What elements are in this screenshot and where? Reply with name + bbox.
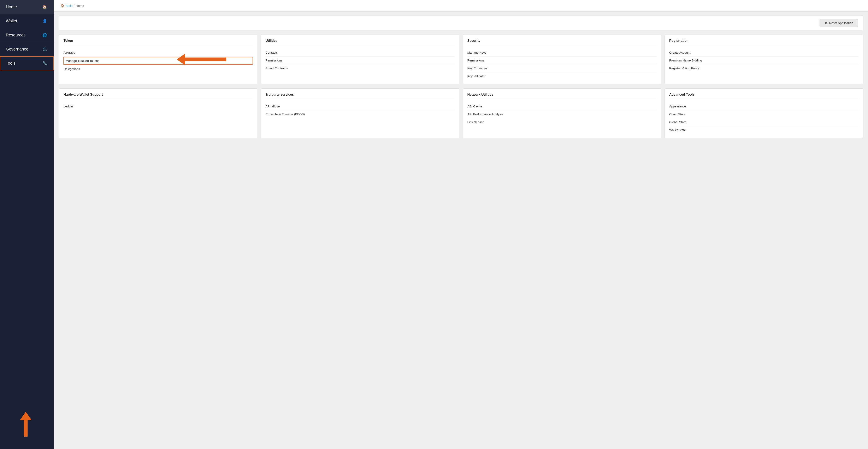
card-item-global-state[interactable]: Global State [669, 118, 858, 126]
sidebar-item-resources[interactable]: Resources 🌐 [0, 28, 54, 42]
sidebar-icon: 🏠 [41, 5, 48, 9]
sidebar-icon: 🔧 [41, 61, 48, 66]
sidebar-icon: ⚖️ [41, 47, 48, 52]
sidebar-label: Wallet [6, 19, 41, 23]
breadcrumb-separator: / [74, 4, 74, 7]
card-title: Utilities [266, 39, 455, 45]
card-item-register-voting-proxy[interactable]: Register Voting Proxy [669, 64, 858, 72]
cards-area: TokenAirgrabsManage Tracked TokensDelega… [54, 30, 868, 143]
card-utilities: UtilitiesContactsPermissionsSmart Contra… [260, 35, 459, 84]
trash-icon: 🗑 [824, 21, 828, 25]
cards-row-1: TokenAirgrabsManage Tracked TokensDelega… [59, 35, 863, 84]
sidebar-item-governance[interactable]: Governance ⚖️ [0, 42, 54, 56]
card-network-utilities: Network UtilitiesABI CacheAPI Performanc… [463, 88, 661, 138]
card-item-api-performance-analysis[interactable]: API Performance Analysis [467, 110, 656, 118]
card-title: Security [467, 39, 656, 45]
card-security: SecurityManage KeysPermissionsKey Conver… [463, 35, 661, 84]
card-title: Token [64, 39, 253, 45]
card-item-smart-contracts[interactable]: Smart Contracts [266, 64, 455, 72]
card-title: Hardware Wallet Support [64, 93, 253, 99]
breadcrumb-link-label: Tools [65, 4, 72, 7]
card-item-api:-dfuse[interactable]: API: dfuse [266, 102, 455, 110]
card-item-delegations[interactable]: Delegations [64, 65, 253, 73]
sidebar-icon: 👤 [41, 19, 48, 23]
action-bar: 🗑 Reset Application [59, 15, 863, 30]
card-item-manage-tracked-tokens[interactable]: Manage Tracked Tokens [63, 57, 253, 65]
breadcrumb: 🏠 Tools / Home [60, 4, 84, 8]
card-item-create-account[interactable]: Create Account [669, 49, 858, 57]
card-title: Registration [669, 39, 858, 45]
card-item-permissions[interactable]: Permissions [266, 57, 455, 64]
card-item-contacts[interactable]: Contacts [266, 49, 455, 57]
sidebar-item-wallet[interactable]: Wallet 👤 [0, 14, 54, 28]
cards-row-2: Hardware Wallet SupportLedger3rd party s… [59, 88, 863, 138]
card-token: TokenAirgrabsManage Tracked TokensDelega… [59, 35, 257, 84]
cards-row-1-wrapper: TokenAirgrabsManage Tracked TokensDelega… [59, 35, 863, 84]
card-item-key-converter[interactable]: Key Converter [467, 64, 656, 72]
card-item-ledger[interactable]: Ledger [64, 102, 253, 110]
sidebar-label: Tools [6, 61, 41, 66]
card-registration: RegistrationCreate AccountPremium Name B… [664, 35, 863, 84]
card-item-premium-name-bidding[interactable]: Premium Name Bidding [669, 57, 858, 64]
card-title: Network Utilities [467, 93, 656, 99]
sidebar-item-home[interactable]: Home 🏠 [0, 0, 54, 14]
card-item-chain-state[interactable]: Chain State [669, 110, 858, 118]
card-item-airgrabs[interactable]: Airgrabs [64, 49, 253, 57]
card-3rd-party-services: 3rd party servicesAPI: dfuseCrosschain T… [260, 88, 459, 138]
header-bar: 🏠 Tools / Home [54, 0, 868, 11]
card-item-wallet-state[interactable]: Wallet State [669, 126, 858, 134]
card-item-key-validator[interactable]: Key Validator [467, 72, 656, 80]
card-item-abi-cache[interactable]: ABI Cache [467, 102, 656, 110]
breadcrumb-link[interactable]: 🏠 Tools [60, 4, 72, 8]
breadcrumb-current: Home [76, 4, 84, 7]
card-item-permissions[interactable]: Permissions [467, 57, 656, 64]
card-title: 3rd party services [266, 93, 455, 99]
main-content: 🏠 Tools / Home 🗑 Reset Application Token… [54, 0, 868, 449]
sidebar-nav: Home 🏠 Wallet 👤 Resources 🌐 Governance ⚖… [0, 0, 54, 449]
sidebar-label: Governance [6, 47, 41, 52]
home-icon: 🏠 [60, 4, 64, 8]
card-title: Advanced Tools [669, 93, 858, 99]
card-hardware-wallet-support: Hardware Wallet SupportLedger [59, 88, 257, 138]
sidebar-item-tools[interactable]: Tools 🔧 [0, 56, 54, 70]
card-item-manage-keys[interactable]: Manage Keys [467, 49, 656, 57]
card-item-appearance[interactable]: Appearance [669, 102, 858, 110]
sidebar-icon: 🌐 [41, 33, 48, 37]
card-item-crosschain-transfer-(beos)[interactable]: Crosschain Transfer (BEOS) [266, 110, 455, 118]
card-item-link-service[interactable]: Link Service [467, 118, 656, 126]
sidebar: Home 🏠 Wallet 👤 Resources 🌐 Governance ⚖… [0, 0, 54, 449]
sidebar-label: Home [6, 5, 41, 9]
reset-button-label: Reset Application [829, 21, 853, 25]
card-advanced-tools: Advanced ToolsAppearanceChain StateGloba… [664, 88, 863, 138]
reset-application-button[interactable]: 🗑 Reset Application [819, 19, 858, 27]
sidebar-label: Resources [6, 33, 41, 37]
